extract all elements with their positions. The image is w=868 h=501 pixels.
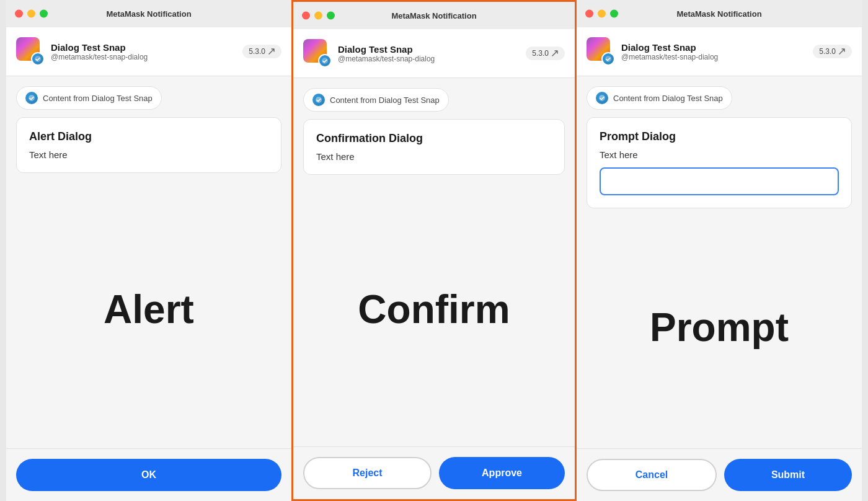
- button-area: RejectApprove: [293, 446, 575, 499]
- header-left: Dialog Test Snap @metamask/test-snap-dia…: [587, 37, 718, 66]
- minimize-dot[interactable]: [27, 10, 35, 18]
- window-title: MetaMask Notification: [676, 9, 761, 19]
- title-bar: MetaMask Notification: [577, 0, 862, 27]
- dialog-text: Text here: [29, 149, 268, 160]
- header-section: Dialog Test Snap @metamask/test-snap-dia…: [293, 29, 575, 78]
- external-link-icon: [838, 48, 846, 55]
- snap-info: Dialog Test Snap @metamask/test-snap-dia…: [338, 44, 435, 63]
- close-dot[interactable]: [302, 12, 310, 20]
- ok-button[interactable]: OK: [16, 459, 281, 491]
- source-icon: [25, 92, 38, 104]
- snap-info: Dialog Test Snap @metamask/test-snap-dia…: [621, 42, 718, 61]
- dialog-title: Alert Dialog: [29, 130, 268, 143]
- avatar-badge: [601, 52, 615, 66]
- avatar-badge: [318, 54, 332, 68]
- source-icon: [596, 92, 608, 104]
- submit-button[interactable]: Submit: [724, 459, 852, 491]
- snap-handle: @metamask/test-snap-dialog: [338, 55, 435, 63]
- avatar-badge: [31, 52, 45, 66]
- snap-badge-icon: [598, 94, 606, 102]
- source-badge: Content from Dialog Test Snap: [587, 86, 732, 110]
- avatar: [303, 39, 332, 68]
- close-dot[interactable]: [585, 10, 593, 18]
- window-controls: [302, 12, 335, 20]
- button-area: CancelSubmit: [577, 448, 862, 501]
- dialog-text: Text here: [600, 149, 839, 160]
- version-badge: 5.3.0: [813, 45, 852, 58]
- button-area: OK: [6, 448, 291, 501]
- panel-confirm: MetaMask Notification Dialog Test Snap @…: [291, 0, 577, 501]
- external-link-icon: [268, 48, 275, 55]
- snap-info: Dialog Test Snap @metamask/test-snap-dia…: [51, 42, 148, 61]
- reject-button[interactable]: Reject: [303, 457, 432, 489]
- snap-badge-icon: [315, 96, 322, 104]
- window-controls: [15, 10, 48, 18]
- snap-name: Dialog Test Snap: [621, 42, 718, 53]
- avatar: [16, 37, 45, 66]
- dialog-title: Prompt Dialog: [600, 130, 839, 143]
- dialog-box: Alert Dialog Text here: [16, 117, 281, 173]
- approve-button[interactable]: Approve: [439, 457, 565, 489]
- label-area: Alert: [16, 180, 281, 438]
- snap-badge-icon: [28, 94, 35, 102]
- metamask-icon: [321, 57, 329, 64]
- maximize-dot[interactable]: [610, 10, 618, 18]
- dialog-title: Confirmation Dialog: [316, 132, 552, 145]
- maximize-dot[interactable]: [327, 12, 335, 20]
- snap-name: Dialog Test Snap: [51, 42, 148, 53]
- metamask-icon: [34, 55, 42, 63]
- panel-label: Confirm: [358, 286, 510, 332]
- header-section: Dialog Test Snap @metamask/test-snap-dia…: [577, 27, 862, 76]
- panel-label: Prompt: [650, 304, 789, 350]
- header-section: Dialog Test Snap @metamask/test-snap-dia…: [6, 27, 291, 76]
- maximize-dot[interactable]: [40, 10, 48, 18]
- version-badge: 5.3.0: [526, 47, 565, 60]
- source-icon: [312, 94, 325, 106]
- header-left: Dialog Test Snap @metamask/test-snap-dia…: [303, 39, 435, 68]
- external-link-icon: [551, 50, 559, 57]
- version-text: 5.3.0: [532, 49, 549, 58]
- source-badge: Content from Dialog Test Snap: [303, 88, 449, 112]
- panels-container: MetaMask Notification Dialog Test Snap @…: [0, 0, 868, 501]
- snap-handle: @metamask/test-snap-dialog: [51, 53, 148, 61]
- source-label: Content from Dialog Test Snap: [613, 94, 723, 103]
- minimize-dot[interactable]: [314, 12, 322, 20]
- label-area: Confirm: [303, 182, 565, 437]
- source-label: Content from Dialog Test Snap: [330, 95, 440, 105]
- content-area: Content from Dialog Test Snap Alert Dial…: [6, 76, 291, 448]
- dialog-box: Confirmation Dialog Text here: [303, 119, 565, 175]
- minimize-dot[interactable]: [598, 10, 606, 18]
- panel-label: Alert: [104, 286, 194, 332]
- header-left: Dialog Test Snap @metamask/test-snap-dia…: [16, 37, 148, 66]
- close-dot[interactable]: [15, 10, 23, 18]
- version-badge: 5.3.0: [242, 45, 281, 58]
- dialog-text: Text here: [316, 151, 552, 162]
- avatar: [587, 37, 615, 66]
- content-area: Content from Dialog Test Snap Prompt Dia…: [577, 76, 862, 448]
- window-controls: [585, 10, 618, 18]
- label-area: Prompt: [587, 216, 852, 438]
- window-title: MetaMask Notification: [106, 9, 191, 19]
- version-text: 5.3.0: [819, 47, 836, 56]
- panel-alert: MetaMask Notification Dialog Test Snap @…: [6, 0, 291, 501]
- source-badge: Content from Dialog Test Snap: [16, 86, 162, 110]
- title-bar: MetaMask Notification: [6, 0, 291, 27]
- window-title: MetaMask Notification: [391, 11, 476, 20]
- dialog-box: Prompt Dialog Text here: [587, 117, 852, 208]
- title-bar: MetaMask Notification: [293, 2, 575, 29]
- panel-prompt: MetaMask Notification Dialog Test Snap @…: [577, 0, 862, 501]
- version-text: 5.3.0: [249, 47, 265, 56]
- source-label: Content from Dialog Test Snap: [43, 94, 153, 103]
- cancel-button[interactable]: Cancel: [587, 459, 717, 491]
- metamask-icon: [604, 55, 612, 63]
- prompt-input[interactable]: [600, 167, 839, 195]
- snap-name: Dialog Test Snap: [338, 44, 435, 55]
- snap-handle: @metamask/test-snap-dialog: [621, 53, 718, 61]
- content-area: Content from Dialog Test Snap Confirmati…: [293, 78, 575, 446]
